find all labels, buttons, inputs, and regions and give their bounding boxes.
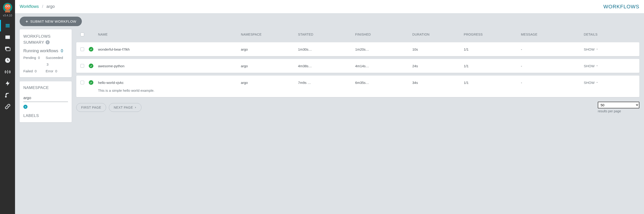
show-details-button[interactable]: SHOW xyxy=(584,48,598,51)
nav-workflows-icon[interactable] xyxy=(0,20,15,32)
toolbar: SUBMIT NEW WORKFLOW xyxy=(15,14,644,29)
cell-namespace: argo xyxy=(241,64,298,68)
summary-panel: WORKFLOWS SUMMARY i Running workflows 0 … xyxy=(20,29,72,77)
summary-grid: Pending 0 Succeeded 3 Failed 0 Error 0 xyxy=(23,56,68,73)
summary-pending: Pending 0 xyxy=(23,56,46,60)
col-progress: PROGRESS xyxy=(464,32,521,36)
nav-links-icon[interactable] xyxy=(0,101,15,112)
caret-down-icon xyxy=(596,48,598,50)
col-name: NAME xyxy=(98,32,241,36)
show-details-button[interactable]: SHOW xyxy=(584,64,598,68)
pager: FIRST PAGE NEXT PAGE 50 results per page xyxy=(76,100,640,115)
cell-duration: 34s xyxy=(412,81,464,84)
cell-name: wonderful-bear-f7lkh xyxy=(98,48,241,51)
main: Workflows / argo WORKFLOWS SUBMIT NEW WO… xyxy=(15,0,644,214)
results-per-page-label: results per page xyxy=(598,109,621,113)
col-finished: FINISHED xyxy=(355,32,412,36)
labels-title: LABELS xyxy=(23,114,68,118)
cell-message: - xyxy=(521,81,584,84)
cell-message: - xyxy=(521,64,584,68)
content: WORKFLOWS SUMMARY i Running workflows 0 … xyxy=(15,29,644,214)
col-details: DETAILS xyxy=(584,32,635,36)
namespace-input[interactable] xyxy=(23,93,68,102)
svg-point-5 xyxy=(8,6,9,7)
caret-down-icon xyxy=(596,65,598,67)
cell-progress: 1/1 xyxy=(464,64,521,68)
summary-title: WORKFLOWS xyxy=(23,34,68,40)
select-all-checkbox[interactable] xyxy=(80,32,84,36)
plus-icon xyxy=(25,20,28,23)
show-details-button[interactable]: SHOW xyxy=(584,81,598,84)
table-row[interactable]: awesome-pythonargo4m38s…4m14s…24s1/1-SHO… xyxy=(76,59,640,73)
cell-started: 4m38s… xyxy=(298,64,355,68)
results-per-page-select[interactable]: 50 xyxy=(598,102,640,108)
row-checkbox[interactable] xyxy=(80,48,84,51)
row-checkbox[interactable] xyxy=(80,81,84,84)
nav-event-sources-icon[interactable] xyxy=(0,89,15,101)
submit-workflow-button[interactable]: SUBMIT NEW WORKFLOW xyxy=(20,17,82,26)
nav-events-icon[interactable] xyxy=(0,78,15,89)
svg-point-1 xyxy=(4,4,11,10)
namespace-label: NAMESPACE xyxy=(23,86,68,90)
chevron-right-icon xyxy=(134,106,136,108)
svg-rect-11 xyxy=(6,48,10,51)
row-checkbox[interactable] xyxy=(80,64,84,68)
status-success-icon xyxy=(89,64,94,68)
col-started: STARTED xyxy=(298,32,355,36)
table-header: NAME NAMESPACE STARTED FINISHED DURATION… xyxy=(76,29,640,40)
cell-progress: 1/1 xyxy=(464,48,521,51)
breadcrumb-sep: / xyxy=(42,4,43,9)
cell-progress: 1/1 xyxy=(464,81,521,84)
cell-name: awesome-python xyxy=(98,64,241,68)
svg-point-14 xyxy=(5,96,6,97)
status-success-icon xyxy=(89,47,94,52)
cell-finished: 4m14s… xyxy=(355,64,412,68)
status-success-icon xyxy=(89,80,94,85)
first-page-button[interactable]: FIRST PAGE xyxy=(76,103,106,112)
topbar: Workflows / argo WORKFLOWS xyxy=(15,0,644,14)
cell-duration: 24s xyxy=(412,64,464,68)
caret-down-icon xyxy=(596,81,598,84)
summary-running: Running workflows 0 xyxy=(23,48,68,54)
sidebar-nav: v3.4.10 xyxy=(0,0,15,214)
svg-rect-9 xyxy=(5,35,10,39)
submit-workflow-label: SUBMIT NEW WORKFLOW xyxy=(30,20,76,23)
cell-namespace: argo xyxy=(241,81,298,84)
table-row[interactable]: hello-world-xjvkcargo7m9s …6m35s…34s1/1-… xyxy=(76,76,640,97)
summary-failed: Failed 0 xyxy=(23,69,46,73)
breadcrumb-root[interactable]: Workflows xyxy=(20,4,39,9)
cell-namespace: argo xyxy=(241,48,298,51)
nav-cluster-templates-icon[interactable] xyxy=(0,43,15,54)
results-per-page: 50 results per page xyxy=(598,102,640,113)
left-column: WORKFLOWS SUMMARY i Running workflows 0 … xyxy=(20,29,72,210)
cell-message: - xyxy=(521,48,584,51)
namespace-panel: NAMESPACE ✕ LABELS xyxy=(20,81,72,122)
col-message: MESSAGE xyxy=(521,32,584,36)
cell-duration: 10s xyxy=(412,48,464,51)
nav-cron-icon[interactable] xyxy=(0,54,15,66)
summary-succeeded: 3 xyxy=(46,62,68,66)
clear-icon[interactable]: ✕ xyxy=(23,105,28,109)
version-label: v3.4.10 xyxy=(3,14,12,17)
cell-started: 1m30s… xyxy=(298,48,355,51)
cell-finished: 1m20s… xyxy=(355,48,412,51)
cell-started: 7m9s … xyxy=(298,81,355,84)
col-duration: DURATION xyxy=(412,32,464,36)
cell-name: hello-world-xjvkc xyxy=(98,81,241,84)
nav-templates-icon[interactable] xyxy=(0,32,15,43)
summary-error: Error 0 xyxy=(46,69,68,73)
col-namespace: NAMESPACE xyxy=(241,32,298,36)
info-icon[interactable]: i xyxy=(46,40,50,44)
right-column: NAME NAMESPACE STARTED FINISHED DURATION… xyxy=(76,29,640,210)
cell-finished: 6m35s… xyxy=(355,81,412,84)
breadcrumb-current: argo xyxy=(46,4,55,9)
next-page-button[interactable]: NEXT PAGE xyxy=(109,103,142,112)
svg-point-4 xyxy=(6,6,7,7)
table-row[interactable]: wonderful-bear-f7lkhargo1m30s…1m20s…10s1… xyxy=(76,42,640,56)
summary-succeeded-label: Succeeded xyxy=(46,56,68,60)
row-extra-message: This is a simple hello world example. xyxy=(98,88,635,92)
page-title: WORKFLOWS xyxy=(603,4,640,10)
summary-title-2: SUMMARY i xyxy=(23,40,68,46)
nav-sensors-icon[interactable] xyxy=(0,66,15,78)
argo-logo xyxy=(2,2,13,13)
